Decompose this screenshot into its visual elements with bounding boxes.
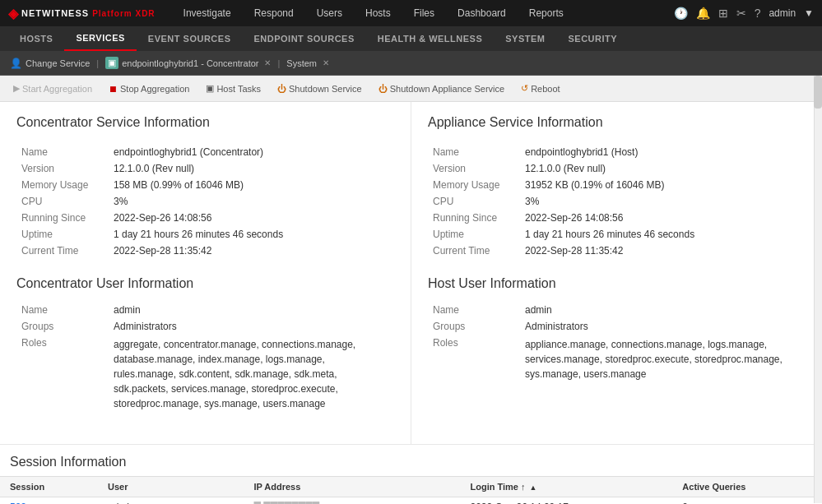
shutdown-service-button[interactable]: ⏻ Shutdown Service (272, 82, 367, 95)
breadcrumb-system-label[interactable]: System (286, 58, 317, 68)
sec-nav-health-wellness[interactable]: HEALTH & WELLNESS (366, 26, 494, 51)
host-tasks-button[interactable]: ▣ Host Tasks (201, 81, 266, 95)
host-icon: ▣ (105, 57, 118, 69)
session-col-user[interactable]: User (98, 477, 244, 497)
nav-users[interactable]: Users (305, 0, 354, 26)
appliance-current-value: 2022-Sep-28 11:35:42 (522, 243, 804, 258)
session-table-header-row: Session User IP Address Login Time ↑ ▲ A… (0, 477, 822, 497)
logo-sub: Platform XDR (92, 9, 155, 18)
host-user-roles-row: Roles appliance.manage, connections.mana… (430, 335, 804, 383)
appliance-name-value: endpointloghybrid1 (Host) (522, 145, 804, 160)
shutdown-appliance-icon: ⏻ (378, 84, 388, 94)
concentrator-memory-row: Memory Usage 158 MB (0.99% of 16046 MB) (18, 178, 392, 192)
appliance-running-row: Running Since 2022-Sep-26 14:08:56 (430, 210, 804, 225)
bell-icon[interactable]: 🔔 (696, 7, 710, 20)
sec-nav-hosts[interactable]: HOSTS (8, 26, 64, 51)
nav-hosts[interactable]: Hosts (354, 0, 402, 26)
host-user-roles-label: Roles (430, 335, 520, 383)
host-user-name-row: Name admin (430, 303, 804, 317)
session-user-cell: admin (98, 497, 244, 505)
start-aggregation-button[interactable]: ▶ Start Aggregation (8, 81, 97, 95)
user-menu[interactable]: admin (769, 7, 796, 19)
concentrator-cpu-label: CPU (18, 194, 109, 209)
concentrator-name-row: Name endpointloghybrid1 (Concentrator) (18, 145, 392, 160)
change-service-label[interactable]: Change Service (26, 58, 90, 68)
nav-dashboard[interactable]: Dashboard (446, 0, 518, 26)
breadcrumb-bar: 👤 Change Service | ▣ endpointloghybrid1 … (0, 51, 822, 76)
nav-investigate[interactable]: Investigate (172, 0, 243, 26)
session-col-active-queries[interactable]: Active Queries (672, 477, 822, 497)
breadcrumb-close-icon[interactable]: ✕ (264, 58, 271, 67)
sec-nav-services[interactable]: SERVICES (64, 26, 136, 51)
appliance-cpu-row: CPU 3% (430, 194, 804, 209)
appliance-cpu-label: CPU (430, 194, 520, 209)
grid-icon[interactable]: ⊞ (718, 7, 728, 20)
breadcrumb-system[interactable]: System ✕ (286, 58, 329, 68)
session-queries-cell: 0 (672, 497, 822, 505)
conc-user-roles-row: Roles aggregate, concentrator.manage, co… (18, 335, 392, 413)
breadcrumb-sep-2: | (277, 58, 280, 68)
appliance-memory-row: Memory Usage 31952 KB (0.19% of 16046 MB… (430, 178, 804, 192)
sec-nav-security[interactable]: SECURITY (556, 26, 629, 51)
concentrator-service-table: Name endpointloghybrid1 (Concentrator) V… (16, 143, 394, 260)
concentrator-version-value: 12.1.0.0 (Rev null) (110, 161, 392, 176)
start-agg-icon: ▶ (13, 83, 20, 94)
breadcrumb-host[interactable]: ▣ endpointloghybrid1 - Concentrator ✕ (105, 57, 271, 69)
session-table-body: 502 admin █ ████████ 2022-Sep-26 14:09:1… (0, 497, 822, 505)
conc-user-roles-label: Roles (18, 335, 109, 413)
nav-reports[interactable]: Reports (518, 0, 575, 26)
tool-icon[interactable]: ✂ (736, 7, 746, 20)
concentrator-current-row: Current Time 2022-Sep-28 11:35:42 (18, 243, 392, 258)
appliance-memory-label: Memory Usage (430, 178, 520, 192)
breadcrumb-change-service[interactable]: 👤 Change Service (10, 58, 90, 69)
scrollbar-thumb[interactable] (814, 76, 822, 109)
nav-respond[interactable]: Respond (243, 0, 305, 26)
conc-user-groups-row: Groups Administrators (18, 319, 392, 334)
user-dropdown-icon[interactable]: ▼ (804, 7, 814, 19)
session-col-login-time[interactable]: Login Time ↑ ▲ (461, 477, 673, 497)
stop-agg-label: Stop Aggregation (120, 84, 189, 94)
clock-icon[interactable]: 🕐 (674, 7, 688, 20)
session-title: Session Information (0, 445, 822, 476)
conc-user-roles-value: aggregate, concentrator.manage, connecti… (110, 335, 392, 413)
sec-nav-event-sources[interactable]: EVENT SOURCES (137, 26, 243, 51)
reboot-button[interactable]: ↺ Reboot (516, 81, 564, 95)
concentrator-service-title: Concentrator Service Information (16, 115, 394, 133)
session-col-session[interactable]: Session (0, 477, 98, 497)
appliance-version-label: Version (430, 161, 520, 176)
breadcrumb-system-close-icon[interactable]: ✕ (323, 58, 329, 67)
reboot-icon: ↺ (521, 83, 528, 94)
appliance-version-value: 12.1.0.0 (Rev null) (522, 161, 804, 176)
help-icon[interactable]: ? (755, 7, 761, 20)
toolbar: ▶ Start Aggregation ⏹ Stop Aggregation ▣… (0, 76, 822, 102)
appliance-uptime-label: Uptime (430, 227, 520, 242)
host-user-name-value: admin (522, 303, 804, 317)
appliance-running-value: 2022-Sep-26 14:08:56 (522, 210, 804, 225)
nav-files[interactable]: Files (402, 0, 446, 26)
session-col-ip[interactable]: IP Address (244, 477, 460, 497)
concentrator-uptime-value: 1 day 21 hours 26 minutes 46 seconds (110, 227, 392, 242)
appliance-service-title: Appliance Service Information (428, 115, 806, 133)
concentrator-user-title: Concentrator User Information (16, 276, 394, 291)
shutdown-appliance-label: Shutdown Appliance Service (390, 84, 504, 94)
sort-icon: ▲ (530, 483, 537, 492)
start-agg-label: Start Aggregation (22, 84, 92, 94)
concentrator-name-value: endpointloghybrid1 (Concentrator) (110, 145, 392, 160)
host-tasks-label: Host Tasks (216, 84, 261, 94)
right-panel: Appliance Service Information Name endpo… (411, 102, 822, 444)
conc-user-groups-value: Administrators (110, 319, 392, 334)
concentrator-running-row: Running Since 2022-Sep-26 14:08:56 (18, 210, 392, 225)
secondary-navigation: HOSTS SERVICES EVENT SOURCES ENDPOINT SO… (0, 26, 822, 51)
concentrator-name-label: Name (18, 145, 109, 160)
concentrator-memory-label: Memory Usage (18, 178, 109, 192)
reboot-label: Reboot (531, 84, 560, 94)
logo-icon: ◈ (8, 6, 18, 21)
stop-aggregation-button[interactable]: ⏹ Stop Aggregation (104, 82, 194, 95)
scrollbar-track[interactable] (814, 76, 822, 503)
appliance-uptime-row: Uptime 1 day 21 hours 26 minutes 46 seco… (430, 227, 804, 242)
breadcrumb-host-label[interactable]: endpointloghybrid1 - Concentrator (122, 58, 258, 68)
shutdown-appliance-button[interactable]: ⏻ Shutdown Appliance Service (374, 82, 509, 95)
host-user-title: Host User Information (428, 276, 806, 291)
sec-nav-system[interactable]: SYSTEM (494, 26, 556, 51)
sec-nav-endpoint-sources[interactable]: ENDPOINT SOURCES (242, 26, 365, 51)
